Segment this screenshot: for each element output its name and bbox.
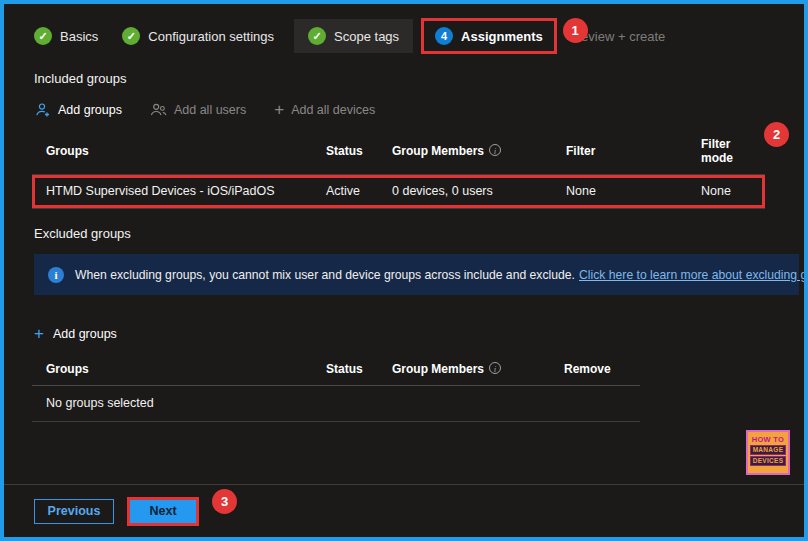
banner-message: When excluding groups, you cannot mix us… (75, 268, 808, 282)
wizard-steps: ✓ Basics ✓ Configuration settings ✓ Scop… (34, 18, 804, 54)
next-button[interactable]: Next (130, 500, 196, 523)
step-number-icon: 4 (435, 27, 453, 45)
person-add-icon (34, 101, 51, 118)
check-icon: ✓ (122, 27, 140, 45)
add-all-devices-label: Add all devices (291, 103, 375, 117)
excluded-groups-heading: Excluded groups (34, 226, 804, 241)
excluded-add-groups-button[interactable]: + Add groups (34, 326, 804, 342)
excluded-groups-table: Groups Status Group Membersi Remove No g… (32, 357, 640, 422)
info-icon: i (48, 267, 64, 283)
included-groups-table: 2 Groups Status Group Membersi Filter Fi… (32, 132, 765, 209)
add-all-users-button[interactable]: Add all users (150, 101, 246, 118)
included-table-header: Groups Status Group Membersi Filter Filt… (32, 132, 765, 175)
col-groups: Groups (46, 144, 326, 158)
table-row[interactable]: HTMD Supervised Devices - iOS/iPadOS Act… (35, 178, 762, 205)
col-filter-mode: Filter mode (701, 137, 765, 165)
col-group-members: Group Membersi (392, 144, 566, 158)
check-icon: ✓ (34, 27, 52, 45)
included-groups-toolbar: Add groups Add all users + Add all devic… (34, 101, 804, 118)
cell-filter-mode: None (701, 184, 762, 198)
cell-filter: None (566, 184, 701, 198)
excluded-table-header: Groups Status Group Membersi Remove (32, 357, 640, 386)
tab-scope-tags[interactable]: ✓ Scope tags (294, 19, 413, 53)
excluded-add-groups-label: Add groups (53, 327, 117, 341)
logo-line3: DEVICES (750, 456, 787, 466)
included-groups-heading: Included groups (34, 71, 804, 86)
plus-icon: + (34, 326, 44, 342)
logo-line1: HOW TO (752, 435, 785, 444)
add-all-users-label: Add all users (174, 103, 246, 117)
tab-configuration-settings[interactable]: ✓ Configuration settings (122, 27, 274, 45)
col-remove: Remove (564, 362, 640, 376)
tab-assignments-label: Assignments (461, 29, 543, 44)
logo-line2: MANAGE (750, 445, 787, 455)
wizard-footer: Previous Next 3 (4, 484, 804, 537)
excluding-groups-link[interactable]: Click here to learn more about excluding… (579, 268, 808, 282)
add-groups-button[interactable]: Add groups (34, 101, 122, 118)
check-icon: ✓ (308, 27, 326, 45)
people-icon (150, 101, 167, 118)
annotation-box-row: HTMD Supervised Devices - iOS/iPadOS Act… (32, 175, 765, 208)
col-groups: Groups (46, 362, 326, 376)
assignments-wizard-page: ✓ Basics ✓ Configuration settings ✓ Scop… (0, 0, 808, 541)
cell-group-members: 0 devices, 0 users (392, 184, 566, 198)
col-filter: Filter (566, 144, 701, 158)
howtomanagedevices-logo: HOW TO MANAGE DEVICES (746, 430, 790, 475)
col-group-members: Group Membersi (392, 362, 564, 376)
annotation-badge-3: 3 (212, 489, 237, 514)
cell-group-name[interactable]: HTMD Supervised Devices - iOS/iPadOS (46, 184, 326, 198)
annotation-badge-1: 1 (563, 18, 588, 43)
tab-basics[interactable]: ✓ Basics (34, 27, 98, 45)
table-divider (32, 208, 765, 209)
plus-icon: + (274, 102, 284, 118)
info-icon[interactable]: i (489, 362, 501, 374)
tab-assignments[interactable]: 4 Assignments (421, 18, 557, 54)
annotation-badge-2: 2 (764, 122, 789, 147)
tab-scope-tags-label: Scope tags (334, 29, 399, 44)
info-banner: i When excluding groups, you cannot mix … (34, 254, 799, 295)
previous-button[interactable]: Previous (34, 499, 114, 524)
cell-status: Active (326, 184, 392, 198)
tab-configuration-label: Configuration settings (148, 29, 274, 44)
add-all-devices-button[interactable]: + Add all devices (274, 102, 375, 118)
add-groups-label: Add groups (58, 103, 122, 117)
empty-state-row: No groups selected (32, 386, 640, 422)
col-status: Status (326, 144, 392, 158)
annotation-box-next: Next (127, 497, 199, 526)
info-icon[interactable]: i (489, 144, 501, 156)
col-status: Status (326, 362, 392, 376)
tab-basics-label: Basics (60, 29, 98, 44)
